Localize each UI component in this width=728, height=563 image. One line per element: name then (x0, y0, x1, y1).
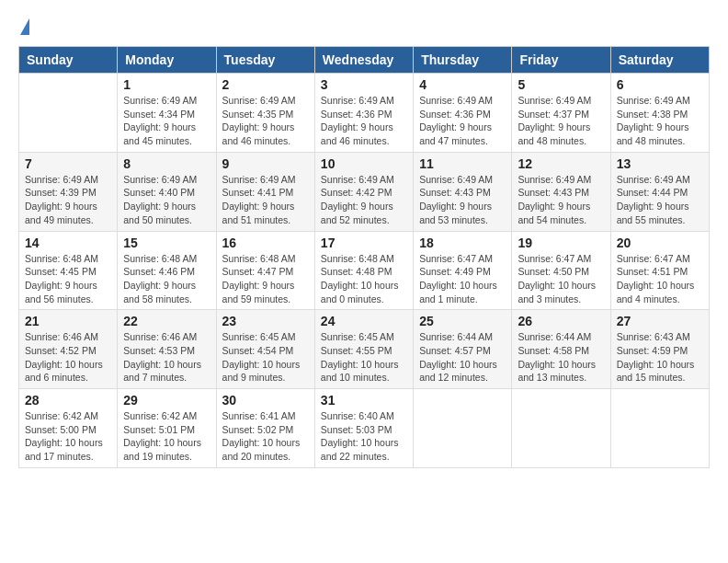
calendar-day-header: Tuesday (216, 47, 314, 74)
calendar-cell: 19Sunrise: 6:47 AMSunset: 4:50 PMDayligh… (512, 231, 610, 310)
calendar-cell: 31Sunrise: 6:40 AMSunset: 5:03 PMDayligh… (314, 389, 413, 468)
calendar-cell (610, 389, 709, 468)
day-number: 18 (419, 236, 506, 250)
day-info: Sunrise: 6:49 AMSunset: 4:34 PMDaylight:… (123, 94, 210, 148)
calendar-cell (19, 74, 118, 153)
day-info: Sunrise: 6:46 AMSunset: 4:53 PMDaylight:… (123, 330, 210, 385)
calendar-day-header: Wednesday (314, 47, 413, 74)
calendar-day-header: Monday (118, 47, 216, 74)
calendar-cell: 30Sunrise: 6:41 AMSunset: 5:02 PMDayligh… (216, 389, 314, 468)
calendar-cell: 29Sunrise: 6:42 AMSunset: 5:01 PMDayligh… (118, 389, 216, 468)
day-info: Sunrise: 6:47 AMSunset: 4:49 PMDaylight:… (419, 252, 506, 306)
day-number: 25 (419, 314, 506, 328)
calendar-cell: 16Sunrise: 6:48 AMSunset: 4:47 PMDayligh… (216, 231, 314, 310)
day-info: Sunrise: 6:49 AMSunset: 4:39 PMDaylight:… (25, 173, 111, 227)
day-info: Sunrise: 6:46 AMSunset: 4:52 PMDaylight:… (25, 330, 111, 385)
day-number: 26 (518, 314, 604, 328)
day-number: 5 (518, 77, 604, 92)
day-info: Sunrise: 6:42 AMSunset: 5:01 PMDaylight:… (123, 409, 210, 464)
calendar-cell (512, 389, 610, 468)
day-number: 12 (518, 156, 604, 171)
calendar-week-row: 28Sunrise: 6:42 AMSunset: 5:00 PMDayligh… (19, 389, 710, 468)
day-info: Sunrise: 6:49 AMSunset: 4:36 PMDaylight:… (419, 94, 506, 148)
day-number: 17 (321, 236, 407, 250)
day-info: Sunrise: 6:49 AMSunset: 4:35 PMDaylight:… (222, 94, 309, 148)
calendar-cell: 15Sunrise: 6:48 AMSunset: 4:46 PMDayligh… (118, 231, 216, 310)
day-info: Sunrise: 6:48 AMSunset: 4:46 PMDaylight:… (123, 252, 210, 306)
day-number: 14 (25, 236, 111, 250)
day-number: 8 (123, 156, 210, 171)
day-info: Sunrise: 6:44 AMSunset: 4:58 PMDaylight:… (518, 330, 604, 385)
day-number: 10 (321, 156, 407, 171)
calendar-day-header: Sunday (19, 47, 118, 74)
calendar-cell: 10Sunrise: 6:49 AMSunset: 4:42 PMDayligh… (314, 152, 413, 231)
calendar-cell: 20Sunrise: 6:47 AMSunset: 4:51 PMDayligh… (610, 231, 709, 310)
day-info: Sunrise: 6:49 AMSunset: 4:43 PMDaylight:… (419, 173, 506, 227)
logo (18, 18, 29, 37)
day-info: Sunrise: 6:49 AMSunset: 4:37 PMDaylight:… (518, 94, 604, 148)
day-info: Sunrise: 6:49 AMSunset: 4:40 PMDaylight:… (123, 173, 210, 227)
calendar-cell (414, 389, 512, 468)
day-number: 24 (321, 314, 407, 328)
calendar-day-header: Friday (512, 47, 610, 74)
page-header (9, 9, 719, 41)
day-info: Sunrise: 6:47 AMSunset: 4:50 PMDaylight:… (518, 252, 604, 306)
day-number: 28 (25, 393, 111, 408)
day-info: Sunrise: 6:49 AMSunset: 4:42 PMDaylight:… (321, 173, 407, 227)
day-number: 3 (321, 77, 407, 92)
calendar-cell: 21Sunrise: 6:46 AMSunset: 4:52 PMDayligh… (19, 310, 118, 389)
calendar-week-row: 7Sunrise: 6:49 AMSunset: 4:39 PMDaylight… (19, 152, 710, 231)
day-info: Sunrise: 6:48 AMSunset: 4:45 PMDaylight:… (25, 252, 111, 306)
day-info: Sunrise: 6:45 AMSunset: 4:54 PMDaylight:… (222, 330, 309, 385)
calendar-day-header: Thursday (414, 47, 512, 74)
day-info: Sunrise: 6:49 AMSunset: 4:43 PMDaylight:… (518, 173, 604, 227)
day-info: Sunrise: 6:45 AMSunset: 4:55 PMDaylight:… (321, 330, 407, 385)
day-number: 29 (123, 393, 210, 408)
calendar-table: SundayMondayTuesdayWednesdayThursdayFrid… (18, 46, 710, 468)
calendar-cell: 27Sunrise: 6:43 AMSunset: 4:59 PMDayligh… (610, 310, 709, 389)
day-number: 23 (222, 314, 309, 328)
day-info: Sunrise: 6:44 AMSunset: 4:57 PMDaylight:… (419, 330, 506, 385)
calendar-cell: 26Sunrise: 6:44 AMSunset: 4:58 PMDayligh… (512, 310, 610, 389)
day-number: 6 (617, 77, 703, 92)
calendar-cell: 4Sunrise: 6:49 AMSunset: 4:36 PMDaylight… (414, 74, 512, 153)
calendar-cell: 5Sunrise: 6:49 AMSunset: 4:37 PMDaylight… (512, 74, 610, 153)
day-number: 19 (518, 236, 604, 250)
day-info: Sunrise: 6:49 AMSunset: 4:41 PMDaylight:… (222, 173, 309, 227)
calendar-week-row: 1Sunrise: 6:49 AMSunset: 4:34 PMDaylight… (19, 74, 710, 153)
calendar-cell: 2Sunrise: 6:49 AMSunset: 4:35 PMDaylight… (216, 74, 314, 153)
day-number: 22 (123, 314, 210, 328)
calendar-cell: 23Sunrise: 6:45 AMSunset: 4:54 PMDayligh… (216, 310, 314, 389)
calendar-cell: 6Sunrise: 6:49 AMSunset: 4:38 PMDaylight… (610, 74, 709, 153)
calendar-cell: 24Sunrise: 6:45 AMSunset: 4:55 PMDayligh… (314, 310, 413, 389)
day-number: 15 (123, 236, 210, 250)
day-number: 21 (25, 314, 111, 328)
day-number: 30 (222, 393, 309, 408)
calendar-cell: 1Sunrise: 6:49 AMSunset: 4:34 PMDaylight… (118, 74, 216, 153)
day-number: 4 (419, 77, 506, 92)
logo-triangle-icon (20, 18, 29, 35)
calendar-cell: 12Sunrise: 6:49 AMSunset: 4:43 PMDayligh… (512, 152, 610, 231)
calendar-cell: 28Sunrise: 6:42 AMSunset: 5:00 PMDayligh… (19, 389, 118, 468)
day-info: Sunrise: 6:42 AMSunset: 5:00 PMDaylight:… (25, 409, 111, 464)
calendar-cell: 7Sunrise: 6:49 AMSunset: 4:39 PMDaylight… (19, 152, 118, 231)
calendar-cell: 18Sunrise: 6:47 AMSunset: 4:49 PMDayligh… (414, 231, 512, 310)
calendar-cell: 11Sunrise: 6:49 AMSunset: 4:43 PMDayligh… (414, 152, 512, 231)
calendar-cell: 17Sunrise: 6:48 AMSunset: 4:48 PMDayligh… (314, 231, 413, 310)
calendar-week-row: 14Sunrise: 6:48 AMSunset: 4:45 PMDayligh… (19, 231, 710, 310)
day-info: Sunrise: 6:48 AMSunset: 4:47 PMDaylight:… (222, 252, 309, 306)
calendar-cell: 22Sunrise: 6:46 AMSunset: 4:53 PMDayligh… (118, 310, 216, 389)
day-number: 27 (617, 314, 703, 328)
day-number: 7 (25, 156, 111, 171)
calendar-cell: 8Sunrise: 6:49 AMSunset: 4:40 PMDaylight… (118, 152, 216, 231)
day-info: Sunrise: 6:47 AMSunset: 4:51 PMDaylight:… (617, 252, 703, 306)
calendar-cell: 25Sunrise: 6:44 AMSunset: 4:57 PMDayligh… (414, 310, 512, 389)
day-info: Sunrise: 6:43 AMSunset: 4:59 PMDaylight:… (617, 330, 703, 385)
day-info: Sunrise: 6:49 AMSunset: 4:38 PMDaylight:… (617, 94, 703, 148)
calendar-day-header: Saturday (610, 47, 709, 74)
day-number: 9 (222, 156, 309, 171)
calendar-cell: 9Sunrise: 6:49 AMSunset: 4:41 PMDaylight… (216, 152, 314, 231)
day-number: 16 (222, 236, 309, 250)
day-number: 13 (617, 156, 703, 171)
day-info: Sunrise: 6:41 AMSunset: 5:02 PMDaylight:… (222, 409, 309, 464)
